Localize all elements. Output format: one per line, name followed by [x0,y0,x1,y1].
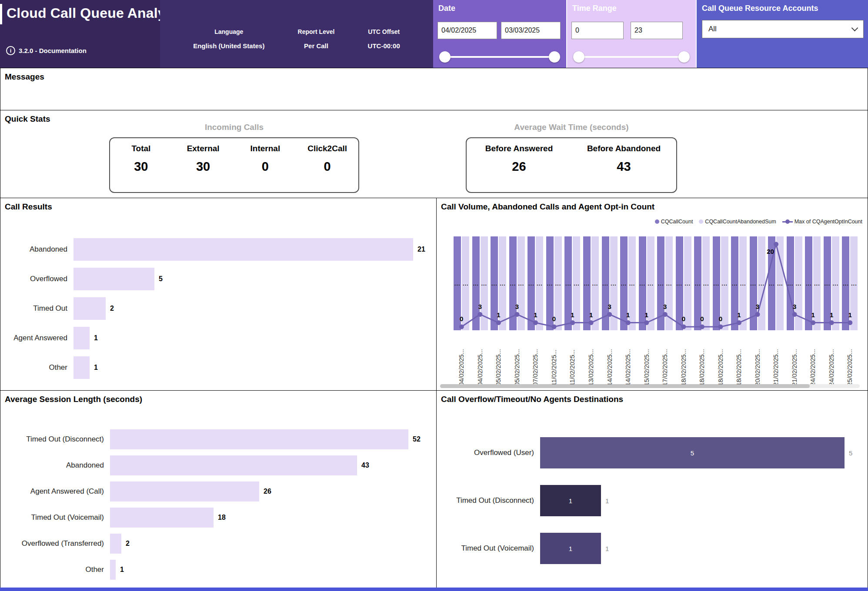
abandoned-sum-bar[interactable]: ... [758,236,765,330]
chart-scrollbar-track[interactable] [440,384,860,388]
date-start-input[interactable] [437,22,497,39]
call-count-bar[interactable]: ... [842,236,849,330]
call-count-bar[interactable]: ... [768,236,775,330]
call-count-bar[interactable]: ... [583,236,591,330]
call-count-bar[interactable]: ... [731,236,738,330]
time-end-input[interactable] [631,22,683,39]
time-slider-track[interactable] [578,56,684,58]
time-slider-handle-start[interactable] [573,51,584,63]
truncated-value-label: ... [769,280,775,287]
bar[interactable] [73,356,90,379]
call-count-bar[interactable]: ... [676,236,683,330]
abandoned-sum-bar[interactable]: ... [776,236,784,330]
bar-group: ... ... [526,236,545,330]
abandoned-sum-bar[interactable]: ... [795,236,802,330]
truncated-value-label: ... [676,280,682,287]
bar[interactable] [110,429,408,449]
time-range-slider[interactable] [573,50,690,63]
bar-track: 1 1 [540,485,864,516]
bar-value-label: 5 [159,275,163,283]
bar-row: Timed Out (Disconnect) 1 1 [437,477,864,525]
date-range-slider[interactable] [439,50,560,63]
abandoned-sum-bar[interactable]: ... [591,236,599,330]
category-label: Agent Answered (Call) [0,487,110,496]
date-filter-title: Date [433,0,566,17]
abandoned-sum-bar[interactable]: ... [850,236,858,330]
language-value: English (United States) [193,42,264,50]
call-count-bar[interactable]: ... [454,236,461,330]
call-count-bar[interactable]: ... [602,236,609,330]
stat-label: Before Answered [485,144,553,153]
bar[interactable] [110,481,259,501]
date-end-input[interactable] [501,22,561,39]
abandoned-sum-bar[interactable]: ... [702,236,710,330]
call-count-bar[interactable]: ... [824,236,831,330]
legend-agent-optin[interactable]: Max of CQAgentOptInCount [782,219,862,225]
call-count-bar[interactable]: ... [694,236,701,330]
bar[interactable] [73,297,106,320]
abandoned-sum-bar[interactable]: ... [517,236,525,330]
date-slider-handle-end[interactable] [549,51,560,63]
call-count-bar[interactable]: ... [787,236,794,330]
bar-row: Abandoned 43 [0,452,433,478]
call-count-bar[interactable]: ... [639,236,646,330]
abandoned-sum-bar[interactable]: ... [536,236,543,330]
call-count-bar[interactable]: ... [564,236,572,330]
bar-value-label: 1 [605,545,609,552]
bar[interactable]: 1 [540,485,601,516]
abandoned-sum-bar[interactable]: ... [554,236,562,330]
abandoned-sum-bar[interactable]: ... [481,236,488,330]
bar[interactable]: 5 [540,437,845,468]
abandoned-sum-bar[interactable]: ... [665,236,673,330]
time-slider-handle-end[interactable] [678,51,690,63]
abandoned-sum-bar[interactable]: ... [628,236,636,330]
bar-row: Abandoned 21 [0,235,433,264]
call-count-bar[interactable]: ... [527,236,535,330]
call-count-bar[interactable]: ... [713,236,720,330]
bar[interactable] [110,508,214,528]
info-icon[interactable]: i [6,46,15,55]
abandoned-sum-bar[interactable]: ... [499,236,506,330]
call-count-bar[interactable]: ... [750,236,757,330]
destinations-title: Call Overflow/Timeout/No Agents Destinat… [437,391,868,408]
call-count-bar[interactable]: ... [491,236,498,330]
truncated-value-label: ... [611,280,617,287]
abandoned-sum-bar[interactable]: ... [647,236,654,330]
truncated-value-label: ... [584,280,590,287]
bar[interactable] [110,534,121,554]
chart-scrollbar-thumb[interactable] [440,384,810,388]
legend-abandoned-sum[interactable]: CQCallCountAbandonedSum [699,219,776,225]
abandoned-sum-bar[interactable]: ... [813,236,821,330]
bar[interactable] [73,238,413,261]
bar[interactable] [110,455,357,475]
category-label: Overflowed (User) [437,448,540,457]
time-start-input[interactable] [571,22,624,39]
abandoned-sum-bar[interactable]: ... [610,236,618,330]
x-axis-label: 18/02/2025... [674,334,693,386]
abandoned-sum-bar[interactable]: ... [832,236,839,330]
call-count-bar[interactable]: ... [509,236,517,330]
abandoned-sum-bar[interactable]: ... [684,236,691,330]
call-count-bar[interactable]: ... [472,236,480,330]
bar[interactable] [73,268,154,290]
legend-call-count[interactable]: CQCallCount [655,219,693,225]
call-count-bar[interactable]: ... [620,236,628,330]
abandoned-sum-bar[interactable]: ... [462,236,469,330]
call-count-bar[interactable]: ... [546,236,554,330]
bar[interactable] [73,327,90,349]
date-slider-track[interactable] [444,56,555,58]
avg-session-length-chart: Timed Out (Disconnect) 52 Abandoned 43 A… [0,426,433,583]
resource-accounts-dropdown[interactable]: All [702,20,864,38]
stat-before-answered: Before Answered 26 [467,138,571,192]
bar[interactable]: 1 [540,533,601,564]
bar[interactable] [110,560,116,580]
category-label: Overflowed [0,275,73,283]
bar-group: ... ... [619,236,638,330]
abandoned-sum-bar[interactable]: ... [721,236,728,330]
call-count-bar[interactable]: ... [657,236,664,330]
call-count-bar[interactable]: ... [805,236,812,330]
abandoned-sum-bar[interactable]: ... [573,236,580,330]
call-volume-plot: ... ... ... ... ... ... ... [452,236,859,330]
date-slider-handle-start[interactable] [439,51,451,63]
abandoned-sum-bar[interactable]: ... [739,236,747,330]
